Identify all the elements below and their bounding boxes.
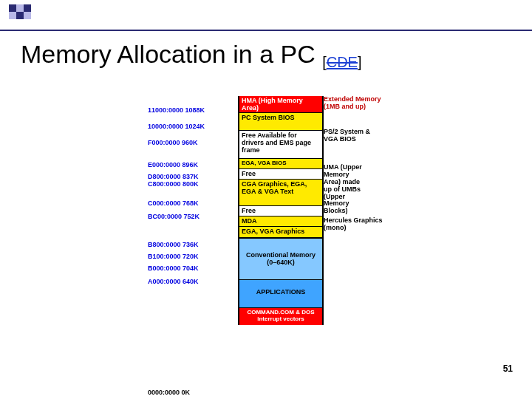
addr-label: 11000:0000 1088K bbox=[148, 106, 205, 115]
title-text: Memory Allocation in a PC bbox=[21, 40, 322, 68]
cde-link[interactable]: CDE bbox=[327, 54, 358, 70]
page-number: 51 bbox=[503, 364, 513, 374]
memory-diagram: 11000:0000 1088K 10000:0000 1024K F000:0… bbox=[148, 96, 384, 399]
slide: Memory Allocation in a PC [CDE] 11000:00… bbox=[0, 0, 532, 399]
note-hercules: Hercules Graphics (mono) bbox=[324, 217, 383, 232]
memory-column: HMA (High Memory Area) PC System BIOS Fr… bbox=[238, 96, 324, 325]
addr-label: E000:0000 896K bbox=[148, 161, 198, 169]
addr-label: B800:0000 736K bbox=[148, 241, 199, 249]
addr-label: 10000:0000 1024K bbox=[148, 123, 205, 131]
top-rule bbox=[0, 30, 532, 31]
title-suffix: [CDE] bbox=[322, 54, 361, 70]
addr-label: B000:0000 704K bbox=[148, 265, 199, 273]
mem-apps: APPLICATIONS bbox=[239, 279, 322, 307]
addr-label: F000:0000 960K bbox=[148, 139, 198, 147]
note-uma: UMA (Upper Memory Area) made up of UMBs … bbox=[324, 164, 366, 215]
mem-free1: Free Available for drivers and EMS page … bbox=[239, 130, 322, 158]
note-extended: Extended Memory (1MB and up) bbox=[324, 96, 383, 111]
mem-hma: HMA (High Memory Area) bbox=[239, 96, 322, 112]
mem-free2: Free bbox=[239, 168, 322, 179]
page-title: Memory Allocation in a PC [CDE] bbox=[21, 40, 362, 69]
mem-cgatext: CGA Graphics, EGA, EGA & VGA Text bbox=[239, 179, 322, 205]
mem-egavga: EGA, VGA Graphics bbox=[239, 226, 322, 238]
note-ps2: PS/2 System & VGA BIOS bbox=[324, 129, 383, 143]
corner-accent bbox=[9, 4, 35, 22]
mem-pcbios: PC System BIOS bbox=[239, 112, 322, 130]
mem-egabios: EGA, VGA BIOS bbox=[239, 158, 322, 168]
addr-label: A000:0000 640K bbox=[148, 278, 199, 286]
addr-label: BC00:0000 752K bbox=[148, 213, 200, 221]
mem-conv: Conventional Memory (0–640K) bbox=[239, 238, 322, 279]
mem-free3: Free bbox=[239, 205, 322, 216]
addr-label: C800:0000 800K bbox=[148, 180, 199, 188]
mem-mda: MDA bbox=[239, 216, 322, 226]
addr-label: B100:0000 720K bbox=[148, 253, 199, 261]
mem-command: COMMAND.COM & DOS interrupt vectors bbox=[239, 307, 322, 325]
addr-label: C000:0000 768K bbox=[148, 200, 199, 208]
addr-label: 0000:0000 0K bbox=[148, 389, 190, 397]
